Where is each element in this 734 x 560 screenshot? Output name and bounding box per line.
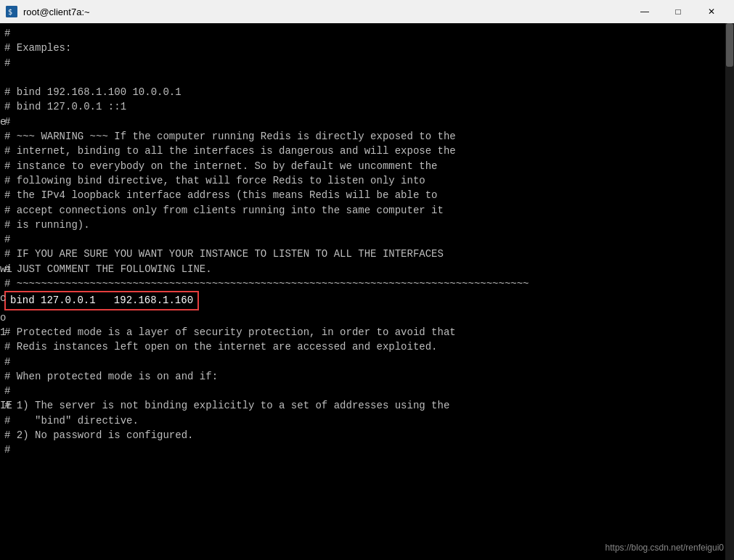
line-10: # instance to everybody on the internet.… [4, 159, 719, 173]
scrollbar[interactable] [725, 23, 734, 560]
line-5: # bind 192.168.1.100 10.0.0.1 [4, 85, 719, 99]
watermark: https://blog.csdn.net/renfeigui0 [605, 542, 724, 554]
line-27: # "bind" directive. [4, 413, 719, 428]
line-25: # [4, 384, 719, 398]
line-23: # [4, 355, 719, 369]
line-3: # [4, 56, 719, 70]
line-22: # Redis instances left open on the inter… [4, 339, 719, 354]
line-1: # [4, 26, 719, 41]
line-17: wi# JUST COMMENT THE FOLLOWING LINE. [4, 262, 719, 276]
scrollbar-thumb[interactable] [726, 23, 733, 67]
close-button[interactable]: ✕ [695, 0, 728, 23]
line-4 [4, 70, 719, 85]
line-12: # the IPv4 loopback interface address (t… [4, 188, 719, 202]
window-title: root@client7a:~ [23, 7, 622, 17]
line-18: # ~~~~~~~~~~~~~~~~~~~~~~~~~~~~~~~~~~~~~~… [4, 276, 719, 291]
line-28: # 2) No password is configured. [4, 428, 719, 442]
terminal-body[interactable]: # # Examples: # # bind 192.168.1.100 10.… [0, 23, 734, 560]
line-11: # following bind directive, that will fo… [4, 173, 719, 188]
terminal-content: # # Examples: # # bind 192.168.1.100 10.… [4, 26, 730, 458]
minimize-button[interactable]: — [628, 0, 661, 23]
terminal-window: $ root@client7a:~ — □ ✕ # # Examples: # … [0, 0, 734, 560]
line-9: # internet, binding to all the interface… [4, 144, 719, 158]
line-29: # [4, 442, 719, 457]
line-15: # [4, 232, 719, 247]
svg-text:$: $ [8, 8, 12, 16]
line-8: # ~~~ WARNING ~~~ If the computer runnin… [4, 129, 719, 144]
maximize-button[interactable]: □ [661, 0, 695, 23]
window-controls: — □ ✕ [628, 0, 728, 23]
line-21: 1# Protected mode is a layer of security… [4, 325, 719, 339]
line-16: # IF YOU ARE SURE YOU WANT YOUR INSTANCE… [4, 247, 719, 261]
line-24: # When protected mode is on and if: [4, 369, 719, 384]
titlebar: $ root@client7a:~ — □ ✕ [0, 0, 734, 23]
line-14: # is running). [4, 218, 719, 232]
line-20: o [4, 310, 719, 325]
line-26: IE# 1) The server is not binding explici… [4, 398, 719, 413]
line-19: cbind 127.0.0.1 192.168.1.160 [4, 291, 719, 310]
line-13: # accept connections only from clients r… [4, 203, 719, 218]
line-2: # Examples: [4, 41, 719, 55]
window-icon: $ [6, 6, 17, 17]
line-7: e# [4, 115, 719, 129]
line-6: # bind 127.0.0.1 ::1 [4, 99, 719, 114]
